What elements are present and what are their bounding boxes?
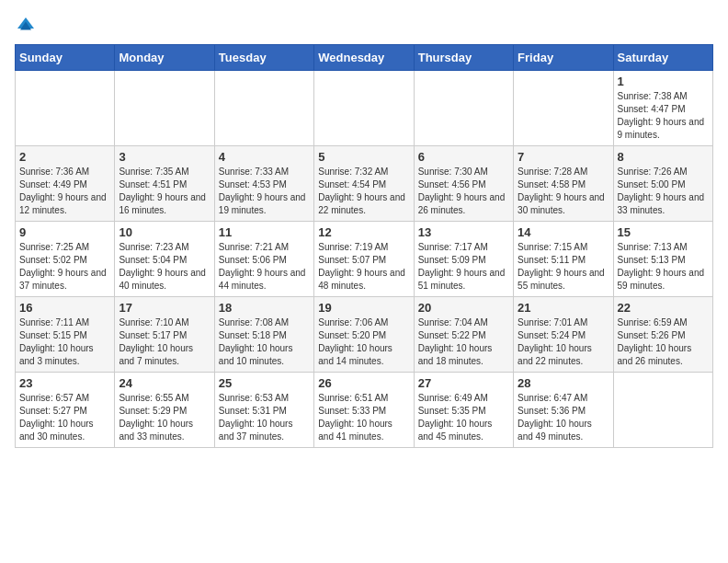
day-number: 18 xyxy=(219,301,310,315)
calendar-cell: 14Sunrise: 7:15 AM Sunset: 5:11 PM Dayli… xyxy=(514,222,613,297)
calendar-cell: 9Sunrise: 7:25 AM Sunset: 5:02 PM Daylig… xyxy=(16,222,115,297)
calendar-cell xyxy=(414,71,513,146)
calendar-cell: 4Sunrise: 7:33 AM Sunset: 4:53 PM Daylig… xyxy=(214,146,313,222)
day-info: Sunrise: 7:11 AM Sunset: 5:15 PM Dayligh… xyxy=(19,316,110,368)
day-info: Sunrise: 7:06 AM Sunset: 5:20 PM Dayligh… xyxy=(318,316,409,368)
calendar-cell: 5Sunrise: 7:32 AM Sunset: 4:54 PM Daylig… xyxy=(314,146,414,222)
day-number: 15 xyxy=(618,225,709,239)
calendar-cell: 11Sunrise: 7:21 AM Sunset: 5:06 PM Dayli… xyxy=(214,222,313,297)
calendar-cell: 20Sunrise: 7:04 AM Sunset: 5:22 PM Dayli… xyxy=(414,297,513,373)
day-info: Sunrise: 6:57 AM Sunset: 5:27 PM Dayligh… xyxy=(19,392,110,443)
day-number: 4 xyxy=(219,150,310,164)
calendar-cell: 23Sunrise: 6:57 AM Sunset: 5:27 PM Dayli… xyxy=(16,373,115,448)
day-info: Sunrise: 6:53 AM Sunset: 5:31 PM Dayligh… xyxy=(219,392,310,443)
day-number: 10 xyxy=(119,225,210,239)
calendar-cell xyxy=(16,71,115,146)
calendar-cell: 7Sunrise: 7:28 AM Sunset: 4:58 PM Daylig… xyxy=(514,146,613,222)
day-info: Sunrise: 7:13 AM Sunset: 5:13 PM Dayligh… xyxy=(618,241,709,293)
day-info: Sunrise: 7:15 AM Sunset: 5:11 PM Dayligh… xyxy=(518,241,609,293)
day-number: 16 xyxy=(19,301,110,315)
weekday-header-row: SundayMondayTuesdayWednesdayThursdayFrid… xyxy=(16,45,713,71)
calendar-cell: 22Sunrise: 6:59 AM Sunset: 5:26 PM Dayli… xyxy=(613,297,712,373)
calendar-cell: 15Sunrise: 7:13 AM Sunset: 5:13 PM Dayli… xyxy=(613,222,712,297)
day-number: 1 xyxy=(618,75,709,88)
day-info: Sunrise: 7:30 AM Sunset: 4:56 PM Dayligh… xyxy=(418,166,509,217)
calendar-cell: 6Sunrise: 7:30 AM Sunset: 4:56 PM Daylig… xyxy=(414,146,513,222)
day-info: Sunrise: 6:47 AM Sunset: 5:36 PM Dayligh… xyxy=(518,392,609,443)
weekday-header-wednesday: Wednesday xyxy=(314,45,414,71)
calendar-cell: 12Sunrise: 7:19 AM Sunset: 5:07 PM Dayli… xyxy=(314,222,414,297)
day-number: 17 xyxy=(119,301,210,315)
logo-icon xyxy=(15,15,37,37)
calendar-cell xyxy=(214,71,313,146)
day-info: Sunrise: 7:25 AM Sunset: 5:02 PM Dayligh… xyxy=(19,241,110,293)
calendar-cell: 10Sunrise: 7:23 AM Sunset: 5:04 PM Dayli… xyxy=(115,222,214,297)
calendar-cell: 1Sunrise: 7:38 AM Sunset: 4:47 PM Daylig… xyxy=(613,71,712,146)
calendar-cell: 13Sunrise: 7:17 AM Sunset: 5:09 PM Dayli… xyxy=(414,222,513,297)
calendar-cell xyxy=(514,71,613,146)
day-number: 21 xyxy=(518,301,609,315)
calendar-week-row: 16Sunrise: 7:11 AM Sunset: 5:15 PM Dayli… xyxy=(16,297,713,373)
calendar-cell: 17Sunrise: 7:10 AM Sunset: 5:17 PM Dayli… xyxy=(115,297,214,373)
day-number: 5 xyxy=(318,150,409,164)
weekday-header-friday: Friday xyxy=(514,45,613,71)
day-number: 6 xyxy=(418,150,509,164)
calendar-table: SundayMondayTuesdayWednesdayThursdayFrid… xyxy=(15,44,713,448)
day-info: Sunrise: 7:38 AM Sunset: 4:47 PM Dayligh… xyxy=(618,90,709,142)
day-info: Sunrise: 7:36 AM Sunset: 4:49 PM Dayligh… xyxy=(19,166,110,217)
day-number: 25 xyxy=(219,376,310,390)
day-info: Sunrise: 7:26 AM Sunset: 5:00 PM Dayligh… xyxy=(618,166,709,217)
calendar-cell: 21Sunrise: 7:01 AM Sunset: 5:24 PM Dayli… xyxy=(514,297,613,373)
calendar-cell: 18Sunrise: 7:08 AM Sunset: 5:18 PM Dayli… xyxy=(214,297,313,373)
calendar-cell: 25Sunrise: 6:53 AM Sunset: 5:31 PM Dayli… xyxy=(214,373,313,448)
day-info: Sunrise: 7:19 AM Sunset: 5:07 PM Dayligh… xyxy=(318,241,409,293)
day-info: Sunrise: 6:51 AM Sunset: 5:33 PM Dayligh… xyxy=(318,392,409,443)
calendar-cell: 8Sunrise: 7:26 AM Sunset: 5:00 PM Daylig… xyxy=(613,146,712,222)
day-number: 19 xyxy=(318,301,409,315)
day-info: Sunrise: 7:04 AM Sunset: 5:22 PM Dayligh… xyxy=(418,316,509,368)
calendar-cell: 27Sunrise: 6:49 AM Sunset: 5:35 PM Dayli… xyxy=(414,373,513,448)
weekday-header-tuesday: Tuesday xyxy=(214,45,313,71)
weekday-header-sunday: Sunday xyxy=(16,45,115,71)
day-number: 20 xyxy=(418,301,509,315)
day-info: Sunrise: 7:01 AM Sunset: 5:24 PM Dayligh… xyxy=(518,316,609,368)
day-info: Sunrise: 7:28 AM Sunset: 4:58 PM Dayligh… xyxy=(518,166,609,217)
day-number: 3 xyxy=(119,150,210,164)
day-number: 8 xyxy=(618,150,709,164)
calendar-cell xyxy=(613,373,712,448)
day-number: 27 xyxy=(418,376,509,390)
calendar-cell xyxy=(314,71,414,146)
logo xyxy=(15,15,40,37)
day-number: 12 xyxy=(318,225,409,239)
day-info: Sunrise: 7:08 AM Sunset: 5:18 PM Dayligh… xyxy=(219,316,310,368)
day-info: Sunrise: 7:33 AM Sunset: 4:53 PM Dayligh… xyxy=(219,166,310,217)
calendar-cell xyxy=(115,71,214,146)
weekday-header-thursday: Thursday xyxy=(414,45,513,71)
day-number: 14 xyxy=(518,225,609,239)
day-number: 23 xyxy=(19,376,110,390)
calendar-cell: 2Sunrise: 7:36 AM Sunset: 4:49 PM Daylig… xyxy=(16,146,115,222)
page-header xyxy=(15,15,713,37)
day-number: 22 xyxy=(618,301,709,315)
day-info: Sunrise: 7:32 AM Sunset: 4:54 PM Dayligh… xyxy=(318,166,409,217)
calendar-week-row: 2Sunrise: 7:36 AM Sunset: 4:49 PM Daylig… xyxy=(16,146,713,222)
day-number: 9 xyxy=(19,225,110,239)
calendar-cell: 16Sunrise: 7:11 AM Sunset: 5:15 PM Dayli… xyxy=(16,297,115,373)
day-info: Sunrise: 6:55 AM Sunset: 5:29 PM Dayligh… xyxy=(119,392,210,443)
calendar-cell: 19Sunrise: 7:06 AM Sunset: 5:20 PM Dayli… xyxy=(314,297,414,373)
calendar-cell: 26Sunrise: 6:51 AM Sunset: 5:33 PM Dayli… xyxy=(314,373,414,448)
day-number: 26 xyxy=(318,376,409,390)
day-info: Sunrise: 7:17 AM Sunset: 5:09 PM Dayligh… xyxy=(418,241,509,293)
day-info: Sunrise: 7:35 AM Sunset: 4:51 PM Dayligh… xyxy=(119,166,210,217)
weekday-header-saturday: Saturday xyxy=(613,45,712,71)
day-number: 24 xyxy=(119,376,210,390)
day-number: 7 xyxy=(518,150,609,164)
day-number: 13 xyxy=(418,225,509,239)
calendar-cell: 24Sunrise: 6:55 AM Sunset: 5:29 PM Dayli… xyxy=(115,373,214,448)
day-number: 11 xyxy=(219,225,310,239)
weekday-header-monday: Monday xyxy=(115,45,214,71)
calendar-cell: 3Sunrise: 7:35 AM Sunset: 4:51 PM Daylig… xyxy=(115,146,214,222)
calendar-week-row: 9Sunrise: 7:25 AM Sunset: 5:02 PM Daylig… xyxy=(16,222,713,297)
day-info: Sunrise: 7:21 AM Sunset: 5:06 PM Dayligh… xyxy=(219,241,310,293)
day-info: Sunrise: 7:23 AM Sunset: 5:04 PM Dayligh… xyxy=(119,241,210,293)
